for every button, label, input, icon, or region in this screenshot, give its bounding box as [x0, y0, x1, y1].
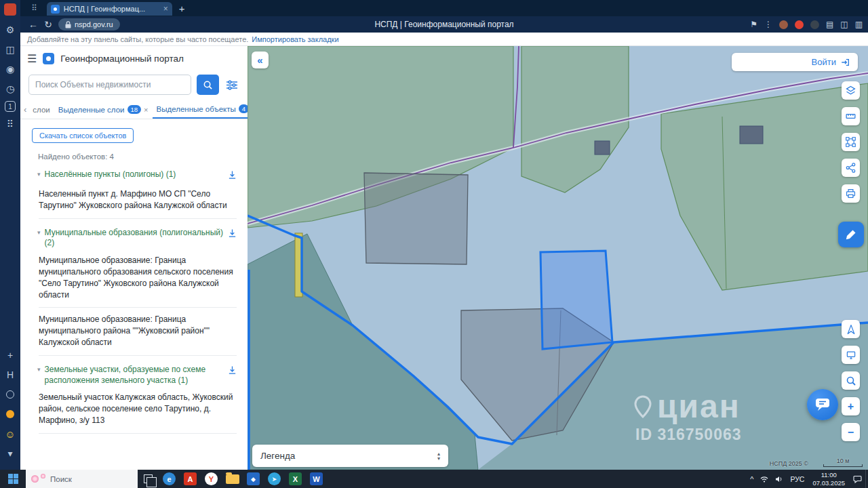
download-group-button[interactable]: [228, 170, 237, 182]
refresh-button[interactable]: ↻: [41, 19, 56, 30]
side-panel: ☰ Геоинформационный портал: [20, 46, 248, 470]
zoom-out-button[interactable]: −: [842, 423, 860, 441]
camera-icon[interactable]: ◉: [3, 62, 18, 77]
browser-tab[interactable]: НСПД | Геоинформац... ×: [47, 2, 172, 16]
tab-strip-menu-icon[interactable]: ⠿: [31, 3, 37, 13]
screen-mode-button[interactable]: [842, 346, 860, 364]
print-button[interactable]: [842, 184, 860, 203]
share-button[interactable]: [842, 159, 860, 177]
kebab-menu-icon[interactable]: ⋮: [764, 20, 772, 29]
screen: ⚙ ◫ ◉ ◷ 1 ⠿ + H ☺ ▾ ⠿ НСПД | Геоинформац…: [0, 0, 868, 488]
start-button[interactable]: [0, 470, 26, 488]
network-icon[interactable]: [757, 476, 772, 483]
map-tools-top: [842, 81, 860, 203]
sakura-flower-icon: [41, 474, 45, 479]
object-item[interactable]: Населенный пункт д. Марфино МО СП "Село …: [39, 188, 237, 219]
tab-layers[interactable]: слои: [28, 100, 54, 119]
url-field[interactable]: nspd.gov.ru: [58, 18, 120, 30]
login-button[interactable]: Войти: [732, 53, 858, 71]
explorer-button[interactable]: [222, 470, 243, 488]
yandex-browser-logo-icon[interactable]: [4, 3, 16, 16]
login-label: Войти: [812, 57, 836, 67]
object-item[interactable]: Земельный участок Калужская область, Жук…: [39, 392, 237, 433]
volume-icon[interactable]: [772, 476, 787, 483]
taskbar-search[interactable]: Поиск: [26, 470, 138, 488]
history-icon[interactable]: ◷: [3, 81, 18, 96]
tab-groups-icon[interactable]: ◫: [840, 20, 848, 29]
task-view-button[interactable]: [138, 470, 159, 488]
legend-dropdown[interactable]: Легенда ▴ ▾: [252, 445, 448, 467]
download-group-button[interactable]: [228, 365, 237, 378]
tabs-scroll-left-icon[interactable]: ‹: [22, 104, 28, 115]
extension-3-icon[interactable]: [810, 20, 819, 29]
tab-selected-objects[interactable]: Выделенные объекты 4 ×: [153, 100, 248, 119]
telegram-button[interactable]: ➤: [264, 470, 285, 488]
back-button[interactable]: ←: [26, 19, 41, 30]
language-indicator[interactable]: РУС: [787, 475, 808, 483]
tab-selected-layers[interactable]: Выделенные слои 18 ×: [54, 100, 153, 119]
measure-button[interactable]: [842, 107, 860, 125]
scale-bar: 10 м: [823, 458, 863, 467]
login-arrow-icon: [840, 58, 850, 67]
apps-grid-icon[interactable]: ⠿: [3, 117, 18, 131]
draw-tool-button[interactable]: [838, 222, 864, 247]
gear-icon[interactable]: ⚙: [3, 22, 18, 37]
rail-scroll-down-icon[interactable]: ▾: [3, 446, 18, 461]
search-row: [20, 70, 248, 100]
smiley-icon[interactable]: ☺: [3, 426, 18, 441]
notification-center-button[interactable]: [850, 475, 865, 483]
show-desktop-button[interactable]: [865, 470, 868, 488]
nspd-favicon: [51, 5, 60, 14]
print-icon: [845, 188, 856, 199]
download-object-list-button[interactable]: Скачать список объектов: [32, 128, 134, 143]
bookmark-flag-icon[interactable]: ⚑: [750, 20, 757, 29]
collapse-panel-button[interactable]: «: [252, 52, 269, 68]
tab-counter[interactable]: 1: [5, 101, 16, 112]
zoom-in-button[interactable]: +: [842, 397, 860, 415]
group-header[interactable]: ▾ Земельные участки, образуемые по схеме…: [20, 365, 248, 386]
tab-close-icon[interactable]: ×: [163, 4, 168, 14]
import-bookmarks-link[interactable]: Импортировать закладки: [252, 35, 338, 43]
tray-expand-icon[interactable]: ^: [747, 475, 757, 483]
extension-2-icon[interactable]: [795, 20, 804, 29]
group-header[interactable]: ▾ Населённые пункты (полигоны) (1): [20, 169, 248, 182]
object-item[interactable]: Муниципальное образование: Граница муниц…: [39, 255, 237, 308]
profile-ring-icon[interactable]: [3, 387, 18, 402]
clock[interactable]: 11:00 07.03.2025: [808, 471, 850, 487]
scale-line: [823, 464, 863, 467]
map-canvas[interactable]: [248, 46, 868, 470]
edit-polygon-button[interactable]: [842, 133, 860, 151]
search-button[interactable]: [197, 75, 219, 95]
layers-button[interactable]: [842, 81, 860, 100]
locate-button[interactable]: [842, 320, 860, 338]
edge-button[interactable]: e: [159, 470, 180, 488]
hamburger-menu-icon[interactable]: ☰: [27, 52, 37, 65]
chat-support-button[interactable]: [807, 389, 838, 420]
new-tab-button[interactable]: +: [179, 3, 185, 14]
profile-h-icon[interactable]: H: [3, 367, 18, 382]
wifi-icon: [760, 476, 768, 483]
add-panel-icon[interactable]: +: [3, 348, 18, 363]
collections-icon[interactable]: ▤: [826, 20, 833, 29]
download-group-button[interactable]: [228, 228, 237, 241]
address-bar-actions: ⚑ ⋮ ▤ ◫ ▥: [750, 20, 863, 29]
search-input[interactable]: [28, 75, 191, 95]
cian-watermark: циан: [633, 390, 741, 423]
acrobat-button[interactable]: A: [180, 470, 201, 488]
taskbar: Поиск e A Y ◆ ➤ X W ^: [0, 470, 868, 488]
sidebar-toggle-icon[interactable]: ▥: [855, 20, 863, 29]
word-button[interactable]: W: [306, 470, 327, 488]
photos-button[interactable]: ◆: [243, 470, 264, 488]
object-item[interactable]: Муниципальное образование: Граница муниц…: [39, 314, 237, 355]
filter-button[interactable]: [224, 77, 239, 92]
extension-1-icon[interactable]: [779, 20, 788, 29]
search-area-button[interactable]: [842, 371, 860, 390]
close-tab-icon[interactable]: ×: [144, 106, 148, 114]
excel-button[interactable]: X: [285, 470, 306, 488]
cian-watermark-text: циан: [657, 390, 741, 423]
group-header[interactable]: ▾ Муниципальные образования (полигональн…: [20, 228, 248, 249]
yandex-browser-button[interactable]: Y: [201, 470, 222, 488]
notification-dot-icon[interactable]: [3, 407, 18, 422]
messenger-icon[interactable]: ◫: [3, 42, 18, 57]
ruler-icon: [845, 110, 856, 122]
